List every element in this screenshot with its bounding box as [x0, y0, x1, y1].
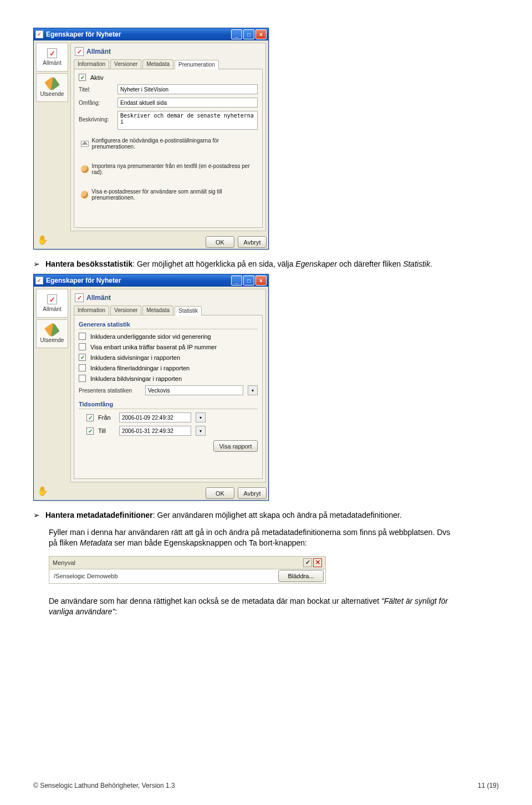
sidenav-item-allmant[interactable]: ✓ Allmänt	[36, 289, 68, 318]
check-icon: ✓	[47, 294, 57, 304]
tab-panel-statistik: Generera statistik Inkludera underliggan…	[74, 315, 263, 479]
brush-icon	[44, 322, 60, 338]
fieldset-generate-statistics: Generera statistik	[79, 320, 258, 329]
present-stats-select[interactable]	[145, 385, 243, 395]
link-configure-mail[interactable]: Konfigurera de nödvändiga e-postinställn…	[81, 137, 258, 150]
footer-right: 11 (19)	[478, 782, 499, 789]
bullet-icon: ➢	[33, 511, 40, 519]
main-panel: ✓ Allmänt Information Versioner Metadata…	[70, 43, 266, 231]
omfang-label: Omfång:	[79, 100, 113, 106]
from-label: Från	[98, 414, 115, 421]
side-nav: ✓ Allmänt Utseende	[36, 43, 68, 231]
bullet-icon: ➢	[33, 259, 40, 268]
pageviews-checkbox[interactable]: ✓	[79, 354, 86, 361]
from-date-input[interactable]	[119, 412, 191, 422]
app-icon: ✓	[35, 30, 43, 38]
section-title: ✓ Allmänt	[74, 46, 263, 59]
to-checkbox[interactable]: ✓	[86, 427, 94, 435]
paragraph: Hantera besöksstatistik: Ger möjlighet a…	[45, 259, 432, 268]
link-import-subscribers[interactable]: Importera nya prenumeranter från en text…	[81, 163, 258, 175]
app-icon: ✓	[35, 277, 43, 284]
properties-icon[interactable]: ✓	[303, 558, 312, 567]
beskrivning-label: Beskrivning:	[79, 111, 113, 123]
main-panel: ✓ Allmänt Information Versioner Metadata…	[70, 289, 266, 482]
tab-versioner[interactable]: Versioner	[110, 59, 141, 69]
close-button[interactable]: ×	[255, 276, 267, 286]
menyval-title: Menyval	[53, 559, 75, 566]
minimize-button[interactable]: _	[231, 29, 242, 39]
check-icon: ✓	[75, 47, 84, 56]
bullet-hantera-metadatadefinitioner: ➢ Hantera metadatadefinitioner: Ger anvä…	[33, 511, 499, 519]
omfang-select[interactable]	[117, 98, 258, 108]
present-stats-label: Presentera statistiken	[79, 388, 141, 394]
side-nav: ✓ Allmänt Utseende	[36, 289, 68, 482]
link-show-subscribers[interactable]: Visa e-postadresser för användare som an…	[81, 188, 258, 201]
paragraph: Hantera metadatadefinitioner: Ger använd…	[45, 511, 402, 519]
sidenav-label: Utseende	[40, 337, 64, 343]
page-footer: © Senselogic Lathund Behörigheter, Versi…	[33, 782, 499, 789]
fieldset-time-range: Tidsomfång	[79, 400, 258, 409]
dropdown-icon[interactable]: ▾	[196, 426, 206, 436]
menyval-panel: Menyval ✓ ✕ /Senselogic Demowebb Bläddra…	[49, 556, 326, 584]
maximize-button[interactable]: □	[243, 29, 254, 39]
beskrivning-textarea[interactable]	[117, 111, 258, 130]
include-subpages-checkbox[interactable]	[79, 333, 86, 340]
tab-metadata[interactable]: Metadata	[142, 59, 173, 69]
tabs: Information Versioner Metadata Statistik	[74, 305, 263, 315]
tabs: Information Versioner Metadata Prenumera…	[74, 59, 263, 69]
section-title: ✓ Allmänt	[74, 292, 263, 305]
people-list-icon	[81, 191, 88, 198]
tab-statistik[interactable]: Statistik	[175, 306, 202, 315]
sidenav-label: Allmänt	[43, 60, 61, 66]
ok-button[interactable]: OK	[206, 487, 234, 499]
footer-left: © Senselogic Lathund Behörigheter, Versi…	[33, 782, 175, 789]
brush-icon	[44, 76, 60, 91]
downloads-checkbox[interactable]	[79, 364, 86, 371]
people-import-icon	[81, 165, 89, 173]
dropdown-icon[interactable]: ▾	[248, 385, 258, 395]
check-icon: ✓	[75, 293, 84, 302]
menyval-header: Menyval ✓ ✕	[49, 556, 326, 569]
window-title: Egenskaper för Nyheter	[46, 30, 121, 38]
cancel-button[interactable]: Avbryt	[238, 236, 267, 248]
sidenav-label: Utseende	[40, 91, 64, 97]
delete-icon[interactable]: ✕	[313, 558, 322, 567]
paragraph-users-visibility: De användare som har denna rättighet kan…	[49, 596, 459, 617]
menyval-path: /Senselogic Demowebb	[49, 573, 277, 579]
tab-information[interactable]: Information	[74, 59, 109, 69]
bullet-hantera-statistik: ➢ Hantera besöksstatistik: Ger möjlighet…	[33, 259, 499, 268]
ok-button[interactable]: OK	[206, 236, 234, 248]
aktiv-checkbox[interactable]: ✓	[79, 74, 86, 81]
sidenav-item-allmant[interactable]: ✓ Allmänt	[36, 43, 68, 72]
close-button[interactable]: ×	[255, 29, 267, 39]
titel-input[interactable]	[117, 84, 258, 94]
to-label: Till	[98, 427, 115, 434]
titlebar[interactable]: ✓ Egenskaper för Nyheter _ □ ×	[34, 28, 268, 40]
maximize-button[interactable]: □	[243, 276, 254, 286]
cancel-button[interactable]: Avbryt	[238, 487, 267, 499]
tab-information[interactable]: Information	[74, 305, 109, 315]
browse-button[interactable]: Bläddra...	[278, 570, 324, 582]
imageviews-checkbox[interactable]	[79, 375, 86, 382]
titlebar[interactable]: ✓ Egenskaper för Nyheter _ □ ×	[34, 274, 268, 287]
hand-icon: ✋	[37, 486, 47, 496]
properties-dialog-statistik: ✓ Egenskaper för Nyheter _ □ × ✓ Allmänt…	[33, 274, 269, 501]
check-icon: ✓	[47, 48, 57, 58]
tab-metadata[interactable]: Metadata	[142, 305, 173, 315]
minimize-button[interactable]: _	[231, 276, 242, 286]
hand-icon: ✋	[37, 235, 47, 244]
aktiv-label: Aktiv	[90, 74, 104, 81]
sidenav-label: Allmänt	[43, 306, 61, 312]
properties-dialog-prenumeration: ✓ Egenskaper för Nyheter _ □ × ✓ Allmänt…	[33, 28, 269, 249]
unique-hits-checkbox[interactable]	[79, 343, 86, 350]
sidenav-item-utseende[interactable]: Utseende	[36, 73, 68, 102]
dropdown-icon[interactable]: ▾	[196, 412, 206, 422]
to-date-input[interactable]	[119, 426, 191, 436]
mail-icon	[81, 141, 89, 147]
show-report-button[interactable]: Visa rapport	[213, 440, 258, 452]
from-checkbox[interactable]: ✓	[86, 414, 94, 421]
tab-prenumeration[interactable]: Prenumeration	[175, 60, 219, 69]
tab-versioner[interactable]: Versioner	[110, 305, 141, 315]
titel-label: Titel:	[79, 86, 113, 93]
sidenav-item-utseende[interactable]: Utseende	[36, 319, 68, 348]
